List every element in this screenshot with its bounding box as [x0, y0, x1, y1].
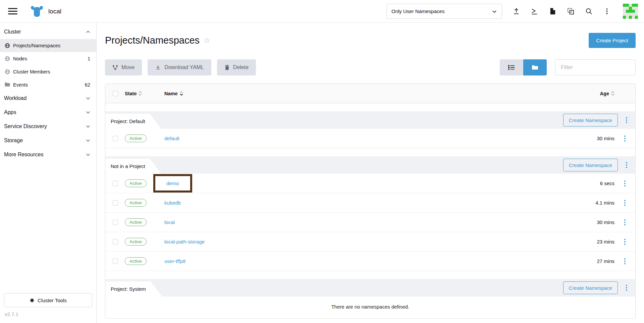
menu-icon[interactable] [8, 8, 17, 15]
sidebar-item-nodes[interactable]: Nodes 1 [0, 52, 96, 65]
namespace-link[interactable]: local-path-storage [164, 239, 205, 245]
sidebar-section-label: Service Discovery [4, 123, 47, 129]
sidebar-section-service-discovery[interactable]: Service Discovery [0, 119, 96, 133]
sidebar-section-label: More Resources [4, 152, 43, 158]
empty-group-message: There are no namespaces defined. [105, 297, 635, 318]
sidebar-section-workload[interactable]: Workload [0, 91, 96, 105]
main-content: Projects/Namespaces ☆ Create Project Mov… [97, 0, 644, 319]
select-all-checkbox[interactable] [113, 91, 118, 96]
state-badge: Active [125, 134, 147, 142]
file-icon[interactable] [548, 7, 556, 15]
header-kebab-icon[interactable] [603, 7, 611, 15]
group-kebab-icon[interactable] [623, 284, 630, 291]
group-header: Project: Default Create Namespace [105, 111, 635, 129]
sidebar-item-projects-namespaces[interactable]: Projects/Namespaces [0, 39, 96, 52]
sidebar-section-cluster[interactable]: Cluster [0, 25, 96, 39]
delete-button[interactable]: Delete [217, 59, 256, 75]
namespace-link[interactable]: user-tffp8 [164, 258, 185, 264]
column-header-state[interactable]: State [125, 91, 142, 96]
copy-config-icon[interactable] [567, 7, 575, 15]
move-button[interactable]: Move [105, 59, 142, 75]
sidebar-item-label: Cluster Members [13, 69, 50, 74]
namespace-link[interactable]: local [164, 219, 175, 225]
age-cell: 27 mins [597, 258, 614, 264]
globe-icon [5, 43, 10, 48]
create-namespace-button[interactable]: Create Namespace [563, 281, 618, 294]
row-checkbox[interactable] [113, 200, 118, 206]
group-header: Not in a Project Create Namespace [105, 156, 635, 174]
rancher-logo-icon[interactable] [30, 5, 44, 17]
row-checkbox[interactable] [113, 220, 118, 225]
row-kebab-icon[interactable] [622, 258, 628, 265]
create-project-button[interactable]: Create Project [589, 33, 636, 48]
cluster-name: local [48, 8, 61, 15]
column-header-name[interactable]: Name [164, 91, 183, 96]
sidebar-section-label: Apps [4, 109, 16, 115]
group-title: Not in a Project [111, 163, 145, 169]
kubectl-shell-icon[interactable] [530, 7, 538, 15]
annotation-highlight-box: demo [153, 174, 192, 193]
sidebar-item-label: Nodes [13, 56, 27, 61]
namespace-row: Active demo 6 secs [105, 174, 635, 193]
download-yaml-button[interactable]: Download YAML [148, 59, 211, 75]
namespace-filter-value: Only User Namespaces [391, 8, 444, 14]
age-cell: 4.1 mins [595, 200, 614, 206]
sidebar: Cluster Projects/Namespaces Nodes 1 Clus… [0, 23, 97, 323]
row-kebab-icon[interactable] [622, 219, 628, 226]
group-kebab-icon[interactable] [623, 161, 630, 169]
namespace-link[interactable]: default [164, 136, 179, 141]
row-kebab-icon[interactable] [622, 199, 628, 207]
folder-icon [5, 82, 10, 88]
chevron-icon [86, 153, 90, 156]
column-header-age[interactable]: Age [600, 91, 614, 96]
state-badge: Active [125, 218, 147, 226]
namespace-row: Active local 30 mins [105, 213, 635, 232]
sidebar-item-count: 1 [88, 56, 90, 61]
table-header: State Name Age [105, 84, 635, 103]
chevron-icon [86, 31, 90, 33]
sidebar-section-more-resources[interactable]: More Resources [0, 148, 96, 162]
search-icon[interactable] [585, 7, 593, 15]
group-title: Project: Default [111, 118, 145, 124]
download-icon [155, 64, 161, 70]
sidebar-item-events[interactable]: Events 62 [0, 78, 96, 91]
namespace-filter-dropdown[interactable]: Only User Namespaces [386, 4, 502, 19]
sidebar-item-count: 62 [85, 82, 90, 88]
list-view-button[interactable] [500, 59, 523, 75]
age-cell: 30 mins [597, 219, 614, 225]
user-avatar[interactable] [623, 4, 638, 19]
filter-input[interactable] [555, 59, 636, 75]
row-checkbox[interactable] [113, 136, 118, 141]
row-kebab-icon[interactable] [622, 135, 628, 142]
import-yaml-icon[interactable] [512, 7, 520, 15]
age-cell: 6 secs [600, 180, 614, 186]
age-cell: 23 mins [597, 239, 614, 245]
group-kebab-icon[interactable] [623, 116, 630, 124]
create-namespace-button[interactable]: Create Namespace [563, 159, 618, 171]
namespace-row: Active kubedb 4.1 mins [105, 193, 635, 213]
sidebar-item-cluster-members[interactable]: Cluster Members [0, 65, 96, 78]
chevron-icon [86, 125, 90, 128]
top-header: local Only User Namespaces [0, 0, 644, 23]
cluster-tools-button[interactable]: Cluster Tools [4, 293, 92, 307]
namespace-row: Active user-tffp8 27 mins [105, 252, 635, 271]
sidebar-section-storage[interactable]: Storage [0, 133, 96, 148]
namespace-link[interactable]: demo [166, 180, 179, 186]
namespace-row: Active local-path-storage 23 mins [105, 232, 635, 252]
chevron-icon [86, 97, 90, 100]
row-kebab-icon[interactable] [622, 238, 628, 246]
chevron-down-icon [492, 9, 497, 14]
grouped-view-button[interactable] [523, 59, 547, 75]
row-checkbox[interactable] [113, 239, 118, 245]
create-namespace-button[interactable]: Create Namespace [563, 114, 618, 126]
namespaces-table: State Name Age [105, 84, 636, 319]
favorite-star-icon[interactable]: ☆ [204, 36, 210, 45]
sidebar-item-label: Projects/Namespaces [13, 43, 60, 48]
row-kebab-icon[interactable] [622, 180, 628, 187]
move-icon [112, 65, 118, 70]
row-checkbox[interactable] [113, 259, 118, 264]
row-checkbox[interactable] [113, 181, 118, 186]
version-label: v2.7.1 [4, 307, 92, 320]
namespace-link[interactable]: kubedb [164, 200, 181, 206]
sidebar-section-apps[interactable]: Apps [0, 105, 96, 119]
